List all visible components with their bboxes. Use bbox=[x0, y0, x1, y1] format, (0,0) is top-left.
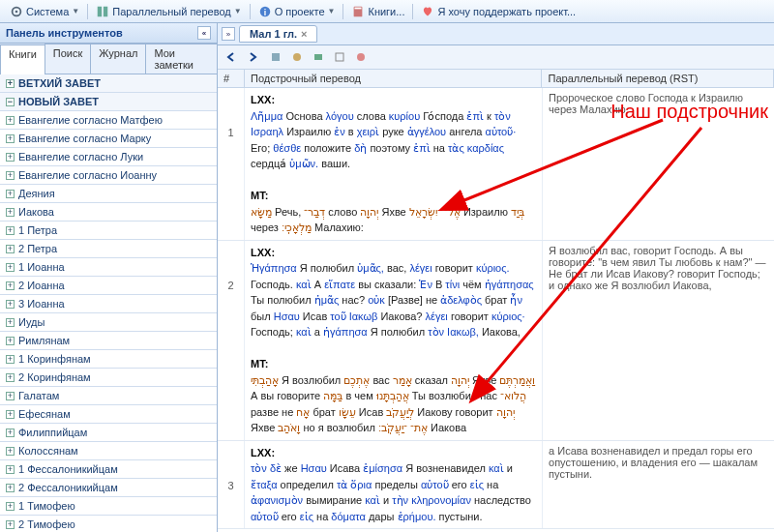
verse-parallel: Я возлюбил вас, говорит Господь. А вы го… bbox=[543, 241, 774, 440]
expand-icon[interactable]: + bbox=[6, 263, 15, 272]
svg-rect-10 bbox=[314, 54, 322, 60]
section-ot[interactable]: + ВЕТХИЙ ЗАВЕТ bbox=[0, 74, 217, 93]
tab-journal[interactable]: Журнал bbox=[90, 44, 146, 74]
expand-icon[interactable]: + bbox=[6, 373, 15, 382]
svg-rect-7 bbox=[355, 7, 362, 9]
book-label: Колоссянам bbox=[18, 445, 78, 457]
expand-icon[interactable]: + bbox=[6, 502, 15, 511]
expand-icon[interactable]: + bbox=[6, 520, 15, 529]
book-item[interactable]: +1 Петра bbox=[0, 222, 217, 240]
book-label: Иакова bbox=[18, 206, 54, 218]
book-item[interactable]: +1 Коринфянам bbox=[0, 350, 217, 369]
book-item[interactable]: +2 Петра bbox=[0, 240, 217, 258]
chevron-down-icon: ▼ bbox=[234, 7, 242, 15]
verse-parallel: а Исава возненавидел и предал горы его о… bbox=[543, 441, 774, 529]
book-item[interactable]: +Галатам bbox=[0, 387, 217, 405]
book-item[interactable]: +1 Фессалоникийцам bbox=[0, 460, 217, 479]
book-item[interactable]: +Римлянам bbox=[0, 332, 217, 350]
menu-support-label: Я хочу поддержать проект... bbox=[437, 6, 576, 17]
expand-content-icon[interactable]: » bbox=[222, 27, 235, 41]
book-label: Римлянам bbox=[18, 335, 70, 346]
book-item[interactable]: +Ефесянам bbox=[0, 405, 217, 424]
tool-icon[interactable] bbox=[309, 47, 328, 67]
verse-list[interactable]: 1LXX:Λῆμμα Основа λόγου слова κυρίου Го́… bbox=[218, 88, 774, 532]
expand-icon[interactable]: + bbox=[6, 355, 15, 364]
book-label: 2 Тимофею bbox=[18, 518, 75, 530]
expand-icon[interactable]: + bbox=[6, 410, 15, 419]
info-icon: i bbox=[258, 5, 272, 18]
book-item[interactable]: +2 Фессалоникийцам bbox=[0, 479, 217, 497]
expand-icon[interactable]: + bbox=[6, 79, 15, 88]
expand-icon[interactable]: + bbox=[6, 300, 15, 309]
menu-parallel[interactable]: Параллельный перевод ▼ bbox=[90, 3, 247, 20]
book-label: Евангелие согласно Марку bbox=[18, 133, 151, 144]
book-item[interactable]: +Колоссянам bbox=[0, 442, 217, 460]
book-item[interactable]: +Деяния bbox=[0, 185, 217, 203]
collapse-icon[interactable]: − bbox=[6, 98, 15, 106]
expand-icon[interactable]: + bbox=[6, 465, 15, 474]
columns-icon bbox=[96, 5, 109, 18]
nav-next-icon[interactable] bbox=[243, 47, 262, 67]
verse-parallel: Пророческое слово Господа к Израилю чере… bbox=[543, 88, 774, 240]
expand-icon[interactable]: + bbox=[6, 337, 15, 345]
book-item[interactable]: +2 Иоанна bbox=[0, 277, 217, 295]
menu-about[interactable]: i О проекте ▼ bbox=[253, 3, 342, 20]
book-item[interactable]: +2 Коринфянам bbox=[0, 369, 217, 387]
expand-icon[interactable]: + bbox=[6, 281, 15, 290]
expand-icon[interactable]: + bbox=[6, 171, 15, 180]
menu-books[interactable]: Книги... bbox=[345, 3, 410, 20]
tool-icon[interactable] bbox=[287, 47, 307, 67]
verse-row: 3LXX:τὸν δὲ же Ησαυ Исава ἐμίσησα Я возн… bbox=[218, 441, 774, 530]
book-item[interactable]: +Евангелие согласно Марку bbox=[0, 130, 217, 148]
book-item[interactable]: +Иуды bbox=[0, 313, 217, 332]
book-item[interactable]: +Евангелие согласно Иоанну bbox=[0, 166, 217, 185]
verse-row: 2LXX:Ἠγάπησα Я полюбил ὑμᾶς, вас, λέγει … bbox=[218, 241, 774, 441]
tool-icon[interactable] bbox=[330, 47, 349, 67]
expand-icon[interactable]: + bbox=[6, 429, 15, 437]
tool-icon[interactable] bbox=[351, 47, 371, 67]
book-label: 3 Иоанна bbox=[18, 298, 65, 310]
menu-support[interactable]: Я хочу поддержать проект... bbox=[415, 3, 581, 20]
tool-icon[interactable] bbox=[266, 47, 285, 67]
expand-icon[interactable]: + bbox=[6, 208, 15, 217]
expand-icon[interactable]: + bbox=[6, 484, 15, 492]
nav-prev-icon[interactable] bbox=[222, 47, 241, 67]
book-item[interactable]: +1 Тимофею bbox=[0, 497, 217, 516]
book-item[interactable]: +1 Иоанна bbox=[0, 258, 217, 277]
verse-interlinear: LXX:τὸν δὲ же Ησαυ Исава ἐμίσησα Я возне… bbox=[245, 441, 543, 529]
col-interlinear: Подстрочный перевод bbox=[245, 70, 542, 87]
expand-icon[interactable]: + bbox=[6, 447, 15, 456]
book-icon bbox=[351, 5, 365, 18]
svg-point-9 bbox=[293, 53, 301, 61]
expand-icon[interactable]: + bbox=[6, 134, 15, 143]
expand-icon[interactable]: + bbox=[6, 190, 15, 198]
book-label: Евангелие согласно Иоанну bbox=[18, 169, 157, 181]
book-item[interactable]: +3 Иоанна bbox=[0, 295, 217, 313]
book-item[interactable]: +Евангелие согласно Луки bbox=[0, 148, 217, 166]
content-tab-label: Мал 1 гл. bbox=[250, 28, 297, 40]
content-tab[interactable]: Мал 1 гл. × bbox=[239, 25, 317, 43]
collapse-icon[interactable]: « bbox=[197, 26, 211, 40]
expand-icon[interactable]: + bbox=[6, 153, 15, 162]
tab-search[interactable]: Поиск bbox=[45, 44, 91, 74]
book-list[interactable]: + ВЕТХИЙ ЗАВЕТ − НОВЫЙ ЗАВЕТ +Евангелие … bbox=[0, 74, 217, 532]
book-label: Иуды bbox=[18, 316, 45, 328]
book-label: Галатам bbox=[18, 390, 59, 401]
chevron-down-icon: ▼ bbox=[328, 7, 336, 15]
expand-icon[interactable]: + bbox=[6, 226, 15, 235]
book-item[interactable]: +Иакова bbox=[0, 203, 217, 222]
expand-icon[interactable]: + bbox=[6, 245, 15, 253]
book-item[interactable]: +Филиппийцам bbox=[0, 424, 217, 442]
expand-icon[interactable]: + bbox=[6, 116, 15, 125]
book-item[interactable]: +2 Тимофею bbox=[0, 516, 217, 532]
verse-number: 2 bbox=[218, 241, 245, 440]
tab-notes[interactable]: Мои заметки bbox=[145, 44, 218, 74]
book-item[interactable]: +Евангелие согласно Матфею bbox=[0, 111, 217, 130]
svg-text:i: i bbox=[263, 7, 265, 16]
expand-icon[interactable]: + bbox=[6, 318, 15, 327]
close-icon[interactable]: × bbox=[301, 28, 307, 40]
expand-icon[interactable]: + bbox=[6, 392, 15, 400]
menu-system[interactable]: Система ▼ bbox=[4, 3, 85, 20]
section-nt[interactable]: − НОВЫЙ ЗАВЕТ bbox=[0, 93, 217, 111]
tab-books[interactable]: Книги bbox=[0, 44, 45, 74]
